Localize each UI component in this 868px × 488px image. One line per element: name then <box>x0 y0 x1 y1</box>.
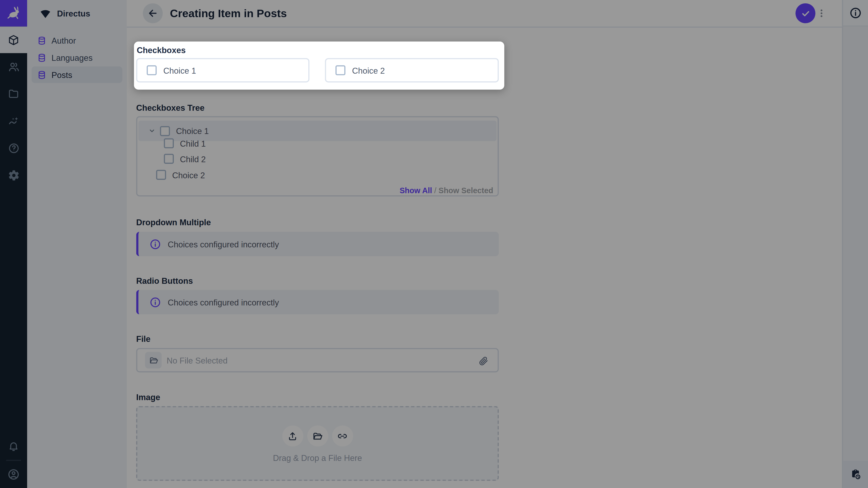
checkbox[interactable] <box>147 65 157 75</box>
choice-label: Choice 1 <box>163 66 196 75</box>
directus-app: Directus Author <box>0 0 868 488</box>
checkboxes-field-spotlight: Checkboxes Choice 1 Choice 2 <box>134 41 504 90</box>
checkboxes-label: Checkboxes <box>137 45 186 55</box>
checkbox[interactable] <box>336 65 345 75</box>
checkbox-choice-1[interactable]: Choice 1 <box>136 58 309 83</box>
checkbox-choice-2[interactable]: Choice 2 <box>325 58 499 83</box>
choice-label: Choice 2 <box>352 66 385 75</box>
